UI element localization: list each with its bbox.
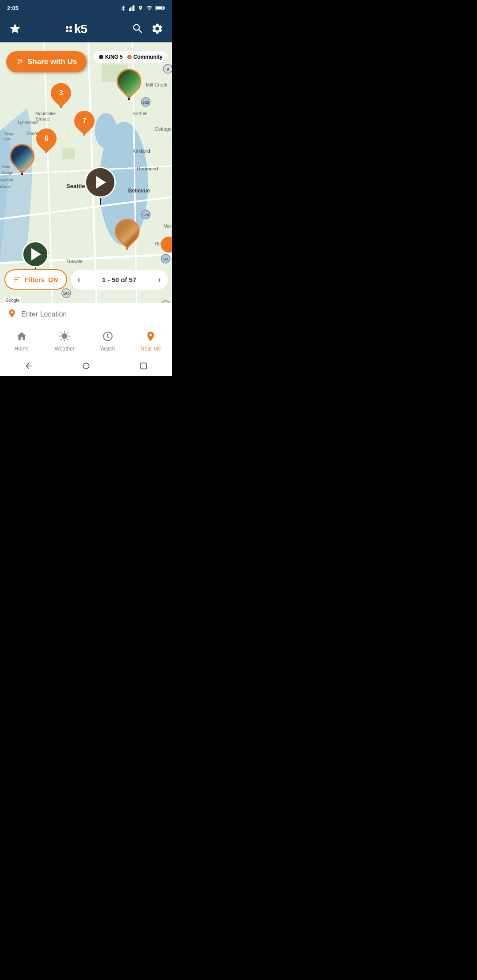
logo-text: k5: [74, 22, 87, 36]
svg-rect-0: [129, 8, 130, 11]
legend-king5: KING 5: [99, 54, 123, 60]
map-pin-photo-top[interactable]: [117, 69, 141, 100]
status-time: 2:05: [7, 5, 19, 11]
legend-community: Community: [127, 54, 163, 60]
svg-text:520: 520: [142, 213, 149, 217]
pin-number-6-label: 6: [45, 135, 49, 143]
search-button[interactable]: [132, 23, 144, 36]
svg-text:Mountlake: Mountlake: [35, 111, 56, 116]
next-page-button[interactable]: ›: [158, 275, 161, 284]
community-dot: [127, 55, 132, 59]
map-pin-video-center[interactable]: [85, 167, 116, 205]
map-pin-6[interactable]: 6: [36, 128, 57, 153]
svg-text:90: 90: [163, 257, 168, 261]
play-icon-center: [96, 176, 106, 188]
watch-icon: [102, 331, 114, 344]
pin-number-3-shape: 3: [46, 79, 75, 107]
home-icon: [16, 331, 27, 344]
settings-button[interactable]: [151, 23, 163, 36]
home-system-button[interactable]: [73, 358, 99, 375]
svg-text:Lynnwood: Lynnwood: [18, 120, 38, 125]
pin-number-7-shape: 7: [70, 106, 98, 135]
nearme-label: Near Me: [140, 346, 161, 352]
svg-rect-7: [164, 7, 165, 8]
weather-label: Weather: [55, 346, 75, 352]
svg-rect-2: [132, 7, 132, 11]
signal-icon: [129, 5, 135, 11]
nav-item-nearme[interactable]: Near Me: [129, 327, 173, 355]
weather-icon: [59, 331, 70, 344]
map-legend: KING 5 Community: [94, 51, 168, 63]
pin-video-circle-lower[interactable]: [22, 241, 49, 268]
nav-item-home[interactable]: Home: [0, 327, 43, 355]
pin-photo-dog: [110, 214, 144, 249]
filters-label: Filters: [25, 276, 45, 283]
svg-text:160: 160: [63, 291, 69, 296]
filters-on-badge: ON: [48, 276, 58, 283]
map-pin-3[interactable]: 3: [51, 83, 71, 108]
prev-page-button[interactable]: ‹: [78, 275, 80, 284]
location-icon-status: [138, 5, 143, 11]
play-icon-lower: [31, 248, 41, 260]
svg-text:ton: ton: [4, 137, 10, 141]
svg-text:Mill Creek: Mill Creek: [146, 82, 167, 87]
map-container[interactable]: Mill Creek Cottage Lake Kirkland Redmond…: [0, 42, 172, 325]
pin-photo-dog-image: [112, 216, 143, 247]
status-bar: 2:05: [0, 0, 172, 16]
recents-button[interactable]: [130, 358, 157, 375]
pin-video-stem-center: [100, 198, 101, 205]
pin-photo-skyline: [4, 139, 39, 173]
status-icons: [120, 5, 165, 11]
favorite-button[interactable]: [9, 23, 21, 36]
nav-item-weather[interactable]: Weather: [43, 327, 87, 355]
pin-photo-green: [111, 64, 146, 98]
svg-text:Redmond: Redmond: [137, 166, 158, 171]
bluetooth-icon: [120, 5, 126, 11]
svg-rect-6: [156, 7, 162, 9]
svg-text:Vashon: Vashon: [0, 178, 13, 182]
wifi-icon: [146, 5, 153, 11]
pin-video-circle[interactable]: [85, 167, 116, 198]
svg-point-10: [95, 113, 117, 148]
svg-text:Kings-: Kings-: [4, 132, 16, 136]
svg-text:525: 525: [142, 100, 149, 105]
pin-photo-skyline-image: [7, 141, 38, 172]
svg-text:Terrace: Terrace: [35, 117, 50, 121]
back-button[interactable]: [15, 358, 42, 375]
legend-king5-label: KING 5: [105, 54, 123, 60]
share-btn-label: Share with Us: [27, 57, 77, 66]
share-with-us-button[interactable]: Share with Us: [6, 51, 87, 72]
svg-text:Kirkland: Kirkland: [132, 148, 150, 154]
svg-text:Bellevue: Bellevue: [128, 188, 150, 194]
battery-icon: [155, 5, 165, 11]
bottom-nav: Home Weather Watch Near Me: [0, 325, 172, 357]
nav-item-watch[interactable]: Watch: [86, 327, 129, 355]
legend-community-label: Community: [133, 54, 163, 60]
app-logo: k5: [66, 22, 87, 36]
location-bar: [0, 303, 172, 325]
svg-text:Island: Island: [0, 185, 11, 189]
pin-photo-image: [114, 66, 144, 97]
svg-rect-4: [134, 5, 135, 11]
location-pin-button[interactable]: [7, 309, 17, 320]
map-pin-photo-left[interactable]: [10, 144, 34, 175]
location-input[interactable]: [21, 310, 165, 318]
map-pin-7[interactable]: 7: [74, 111, 95, 136]
map-controls-bottom: Filters ON ‹ 1 - 50 of 57 ›: [0, 269, 172, 290]
svg-text:Bothell: Bothell: [132, 111, 148, 116]
pagination-control: ‹ 1 - 50 of 57 ›: [71, 270, 168, 290]
nearme-icon: [145, 331, 156, 344]
map-pin-photo-dog[interactable]: [115, 219, 140, 250]
filters-button[interactable]: Filters ON: [4, 269, 67, 290]
home-label: Home: [15, 346, 29, 352]
pin-number-6-shape: 6: [32, 124, 61, 153]
svg-rect-63: [140, 363, 146, 369]
svg-text:Seattle: Seattle: [66, 183, 85, 189]
top-nav: k5: [0, 16, 172, 42]
svg-text:Tukwila: Tukwila: [66, 259, 83, 264]
svg-text:9: 9: [167, 67, 169, 72]
svg-text:Cottage Lake: Cottage Lake: [155, 126, 172, 132]
pin-number-7-label: 7: [83, 117, 87, 125]
pagination-text: 1 - 50 of 57: [102, 276, 136, 283]
svg-rect-3: [133, 5, 134, 11]
